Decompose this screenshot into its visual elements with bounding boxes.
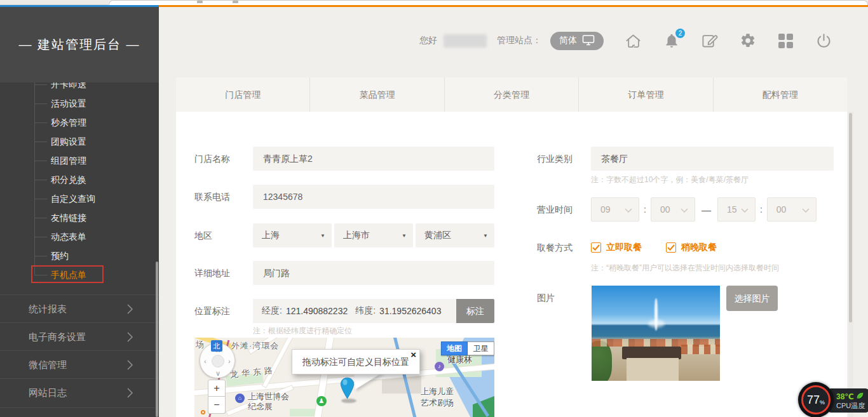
time-range-dash: — [702,204,711,215]
pan-left-icon[interactable]: ‹ [204,358,207,364]
home-icon[interactable] [625,32,642,50]
store-photo-thumbnail [592,286,720,381]
settings-gear-icon[interactable] [739,32,756,50]
sidebar-sections: 统计报表 电子商务设置 微信管理 网站日志 [0,295,159,406]
close-icon[interactable]: × [410,350,416,360]
tab-store-manage[interactable]: 门店管理 [176,77,309,112]
notification-badge: 2 [675,29,685,38]
sidebar-section-wechat[interactable]: 微信管理 [0,350,159,378]
chevron-down-icon [625,204,632,215]
time-colon: : [644,204,646,215]
district-select[interactable]: 黄浦区▼ [416,223,494,248]
address-label: 详细地址 [194,261,258,285]
chevron-right-icon [127,332,133,345]
browser-urlbar-edge [109,0,868,5]
chevron-right-icon [127,304,133,317]
store-name-label: 门店名称 [194,147,258,171]
sidebar-item-custom-query[interactable]: 自定义查询 [51,192,95,205]
tab-order-manage[interactable]: 订单管理 [578,77,712,112]
browser-chrome-strip [0,0,868,5]
sidebar-section-ecommerce[interactable]: 电子商务设置 [0,322,159,350]
region-label: 地区 [194,223,258,248]
edit-icon[interactable] [701,32,718,50]
sidebar-item-dynamic-form[interactable]: 动态表单 [51,230,86,243]
sidebar: 开卡即送 活动设置 秒杀管理 团购设置 组团管理 积分兑换 自定义查询 友情链接… [0,7,159,417]
sidebar-section-site-log[interactable]: 网站日志 [0,378,159,406]
notifications-bell-icon[interactable]: 2 [663,32,680,50]
longitude-value: 121.490882232 [286,306,348,316]
app-title: — 建站管理后台 — [18,36,140,53]
manage-site-label: 管理站点： [497,35,541,46]
phone-label: 联系电话 [194,185,258,209]
business-hours-row: 09 : 00 — 15 : 00 [591,197,839,222]
sidebar-logo: — 建站管理后台 — [0,7,159,83]
cpu-usage-gauge[interactable]: 77 % [798,382,834,417]
browser-chrome-fragment [197,1,203,3]
browser-chrome-fragment [233,1,238,3]
tab-category-manage[interactable]: 分类管理 [444,77,578,112]
choose-image-button[interactable]: 选择图片 [726,286,778,311]
browser-tab-edge [0,0,108,5]
sidebar-item-points-exchange[interactable]: 积分兑换 [51,173,86,186]
zoom-out-button[interactable]: − [208,397,226,414]
sidebar-item-friend-links[interactable]: 友情链接 [51,211,86,224]
sidebar-item-reservation[interactable]: 预约 [51,249,69,262]
store-name-input[interactable]: 青青原上草2 [253,147,494,171]
tab-dish-manage[interactable]: 菜品管理 [309,77,444,112]
close-hour-select[interactable]: 15 [717,197,756,222]
cpu-percent: 77 [807,394,820,407]
coordinates-input[interactable]: 经度: 121.490882232 纬度: 31.1952626403 [253,299,456,323]
map-mode-button[interactable]: 地图 [441,341,468,355]
map-zoom-control: + − [208,380,226,414]
close-minute-select[interactable]: 00 [767,197,817,222]
music-venue-icon: ♪ [435,362,444,371]
caret-down-icon: ▼ [483,233,488,239]
pan-center-knob[interactable] [212,355,224,367]
later-pickup-label: 稍晚取餐 [681,242,717,253]
caret-down-icon: ▼ [320,233,325,239]
sidebar-item-flash-sale[interactable]: 秒杀管理 [51,116,86,129]
sidebar-item-group-buy[interactable]: 团购设置 [51,135,86,148]
location-note: 注：根据经纬度进行精确定位 [253,326,352,336]
checkbox-immediate-pickup[interactable] [591,242,601,253]
zoom-in-button[interactable]: + [208,380,226,397]
industry-note: 注：字数不超过10个字，例：美食/粤菜/茶餐厅 [591,175,749,185]
chevron-right-icon [127,360,133,373]
city-select[interactable]: 上海市▼ [334,223,413,248]
tab-ingredient-manage[interactable]: 配料管理 [713,77,847,112]
province-select[interactable]: 上海▼ [253,223,332,248]
chevron-right-icon [127,388,133,400]
satellite-mode-button[interactable]: 卫星 [468,341,494,355]
industry-input[interactable]: 茶餐厅 [591,147,834,171]
map-label-forest: 健康林 [447,354,472,366]
chevron-down-icon [681,204,688,215]
checkbox-later-pickup[interactable] [666,242,676,253]
address-input[interactable]: 局门路 [253,261,494,285]
content-scrollbar-thumb[interactable] [849,113,852,322]
power-logout-icon[interactable] [815,32,832,50]
location-label: 位置标注 [194,299,258,323]
image-label: 图片 [537,286,600,310]
pan-right-icon[interactable]: › [228,358,231,364]
open-minute-select[interactable]: 00 [651,197,695,222]
open-hour-select[interactable]: 09 [591,197,639,222]
apps-grid-icon[interactable] [777,32,794,50]
chevron-down-icon [741,204,749,215]
pan-down-icon[interactable]: ∨ [215,370,220,376]
map-type-toggle: 地图 卫星 [441,341,494,355]
language-pill-button[interactable]: 简体 [550,32,604,50]
drag-marker-tooltip: 拖动标注可自定义目标位置 × [292,349,420,374]
sidebar-scrollbar[interactable] [156,261,158,417]
baidu-map[interactable]: 场 外滩·湾環会 龙华东路 ⌂ 上海世博会 纪念展 ♟ 上海儿童 艺术剧场 健康… [194,338,494,417]
cpu-temp-label: CPU温度 [836,401,865,411]
sidebar-section-statistics[interactable]: 统计报表 [0,295,159,322]
user-name-redacted [444,34,487,48]
mark-location-button[interactable]: 标注 [456,299,494,323]
sidebar-item-activity-settings[interactable]: 活动设置 [51,97,86,110]
greeting-text: 您好 [419,35,437,46]
map-label-theater2: 艺术剧场 [421,397,454,409]
map-marker-pin[interactable] [340,376,355,401]
map-park [290,409,316,416]
phone-input[interactable]: 12345678 [253,185,494,209]
sidebar-item-team-manage[interactable]: 组团管理 [51,154,86,167]
